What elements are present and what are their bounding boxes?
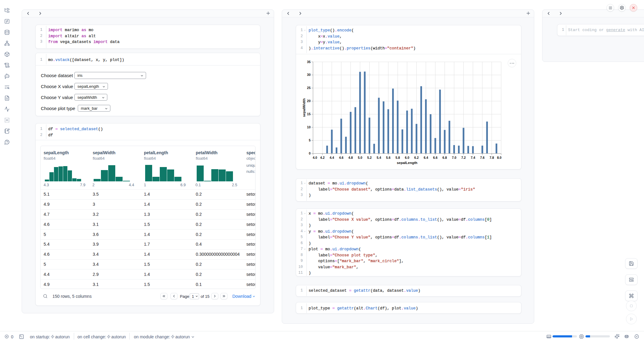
svg-text:5.2: 5.2 [367,156,372,159]
svg-text:6.0: 6.0 [405,156,410,159]
svg-text:4.4: 4.4 [330,156,334,159]
svg-text:7.0: 7.0 [452,156,456,159]
svg-text:10: 10 [307,125,311,129]
svg-text:4.8: 4.8 [349,156,353,159]
svg-text:sepalLength: sepalLength [397,161,417,165]
svg-text:6.2: 6.2 [414,156,419,159]
svg-text:7.2: 7.2 [461,156,466,159]
svg-text:6.8: 6.8 [442,156,447,159]
svg-text:4.6: 4.6 [339,156,344,159]
svg-text:7.6: 7.6 [480,156,485,159]
svg-text:6.4: 6.4 [424,156,428,159]
svg-text:5.6: 5.6 [386,156,391,159]
svg-text:25: 25 [307,86,311,90]
svg-text:8.0: 8.0 [497,156,502,159]
svg-text:4.2: 4.2 [320,156,325,159]
svg-text:5.0: 5.0 [358,156,362,159]
svg-text:15: 15 [307,112,311,116]
svg-text:4.0: 4.0 [313,156,317,159]
svg-text:5: 5 [309,138,311,142]
svg-text:7.8: 7.8 [489,156,494,159]
svg-text:5.4: 5.4 [377,156,381,159]
svg-text:30: 30 [307,73,311,77]
svg-text:sepalWidth: sepalWidth [302,98,306,117]
svg-text:5.8: 5.8 [395,156,400,159]
svg-text:6.6: 6.6 [433,156,438,159]
svg-text:35: 35 [307,60,311,64]
svg-text:7.4: 7.4 [471,156,475,159]
svg-text:0: 0 [309,151,311,155]
svg-text:20: 20 [307,99,311,103]
